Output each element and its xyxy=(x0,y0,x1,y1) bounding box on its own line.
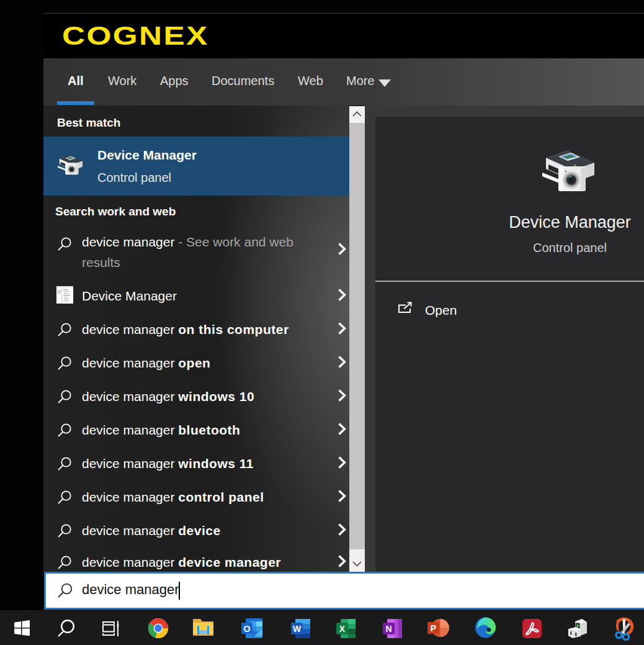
svg-text:X: X xyxy=(339,624,346,634)
svg-text:W: W xyxy=(293,624,302,634)
svg-text:O: O xyxy=(244,624,251,634)
svg-text:P: P xyxy=(431,623,436,633)
svg-text:N: N xyxy=(385,624,391,634)
